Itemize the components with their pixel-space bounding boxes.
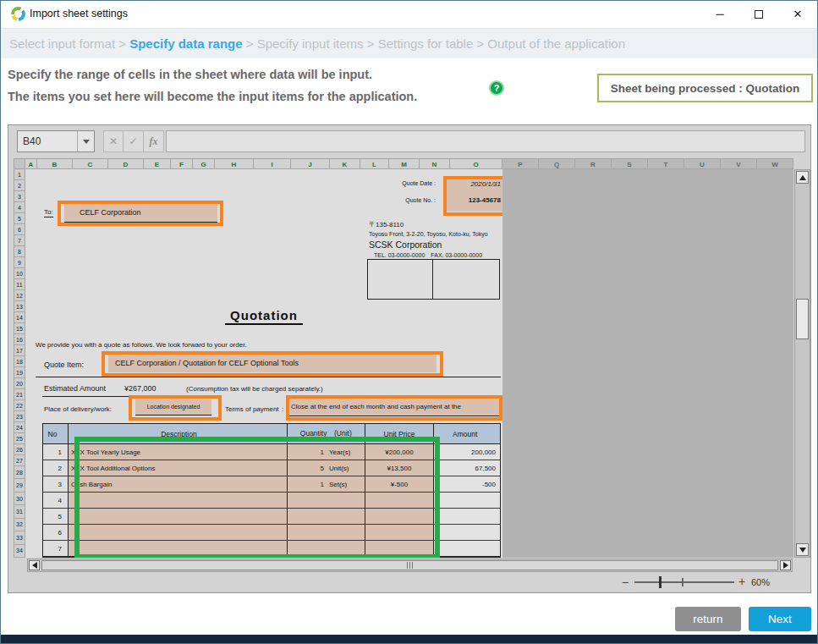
row-header-6[interactable]: 6 <box>14 224 25 235</box>
row-header-31[interactable]: 31 <box>14 505 25 518</box>
row-header-2[interactable]: 2 <box>14 180 25 191</box>
range-box-payment[interactable] <box>286 395 502 421</box>
column-header-M[interactable]: M <box>389 158 420 169</box>
column-header-D[interactable]: D <box>108 158 144 169</box>
column-header-N[interactable]: N <box>420 158 450 169</box>
column-header-O[interactable]: O <box>450 158 502 169</box>
zoom-out-button[interactable]: − <box>622 575 629 589</box>
row-header-16[interactable]: 16 <box>14 334 25 345</box>
breadcrumb-step-3[interactable]: Settings for table <box>378 36 474 51</box>
zoom-slider-track[interactable] <box>634 581 734 583</box>
horizontal-scrollbar[interactable] <box>27 559 793 572</box>
cell-amount[interactable]: -500 <box>434 476 500 492</box>
quotation-sheet[interactable]: Quote Date : 2020/1/31 Quote No. : 123-4… <box>25 169 502 558</box>
row-header-21[interactable]: 21 <box>14 389 25 400</box>
row-header-18[interactable]: 18 <box>14 356 25 367</box>
name-box-dropdown[interactable] <box>77 131 94 151</box>
row-header-32[interactable]: 32 <box>14 519 25 531</box>
row-header-10[interactable]: 10 <box>14 268 25 279</box>
minimize-button[interactable]: ─ <box>700 1 739 27</box>
column-header-A[interactable]: A <box>25 158 37 169</box>
enter-entry-button[interactable]: ✓ <box>124 130 144 152</box>
column-header-V[interactable]: V <box>721 158 757 169</box>
grid-corner-box[interactable] <box>14 158 25 169</box>
cell-no[interactable]: 7 <box>43 541 69 556</box>
row-header-20[interactable]: 20 <box>14 378 25 389</box>
maximize-button[interactable] <box>739 1 778 27</box>
row-header-1[interactable]: 1 <box>14 169 25 180</box>
column-header-F[interactable]: F <box>171 158 193 169</box>
cell-no[interactable]: 2 <box>43 460 69 476</box>
row-header-23[interactable]: 23 <box>14 411 25 422</box>
column-header-T[interactable]: T <box>648 158 684 169</box>
column-header-I[interactable]: I <box>254 158 291 169</box>
column-header-K[interactable]: K <box>330 158 360 169</box>
row-header-15[interactable]: 15 <box>14 323 25 334</box>
column-header-H[interactable]: H <box>215 158 254 169</box>
column-header-J[interactable]: J <box>291 158 330 169</box>
zoom-in-button[interactable]: + <box>738 575 745 588</box>
row-header-19[interactable]: 19 <box>14 367 25 378</box>
cell-amount[interactable] <box>434 541 500 556</box>
insert-function-button[interactable]: fx <box>144 130 164 152</box>
column-header-B[interactable]: B <box>37 158 73 169</box>
column-header-E[interactable]: E <box>144 158 171 169</box>
breadcrumb-step-2[interactable]: Specify input items <box>257 36 364 51</box>
row-header-26[interactable]: 26 <box>14 444 25 455</box>
row-header-33[interactable]: 33 <box>14 531 25 544</box>
row-header-27[interactable]: 27 <box>14 455 25 466</box>
sheet-empty-area[interactable] <box>502 169 793 558</box>
next-button[interactable]: Next <box>749 607 811 631</box>
cell-amount[interactable]: 67,500 <box>434 460 500 476</box>
breadcrumb-step-4[interactable]: Output of the application <box>487 36 625 51</box>
row-header-4[interactable]: 4 <box>14 202 25 213</box>
row-header-3[interactable]: 3 <box>14 191 25 202</box>
cell-name-box[interactable]: B40 <box>17 130 95 152</box>
column-header-W[interactable]: W <box>757 158 793 169</box>
cancel-entry-button[interactable]: ✕ <box>103 130 124 152</box>
scroll-right-button[interactable] <box>780 560 791 570</box>
column-header-L[interactable]: L <box>360 158 389 169</box>
row-header-30[interactable]: 30 <box>14 493 25 505</box>
row-header-11[interactable]: 11 <box>14 279 25 290</box>
horizontal-scrollbar-thumb[interactable] <box>41 560 778 570</box>
help-icon[interactable]: ? <box>489 80 504 96</box>
formula-input[interactable] <box>166 130 805 152</box>
zoom-slider-thumb[interactable] <box>659 576 662 588</box>
cell-no[interactable]: 3 <box>43 476 69 492</box>
row-header-5[interactable]: 5 <box>14 213 25 224</box>
row-header-25[interactable]: 25 <box>14 433 25 444</box>
column-header-S[interactable]: S <box>612 158 648 169</box>
scroll-up-button[interactable] <box>796 171 809 184</box>
vertical-scrollbar[interactable] <box>794 169 810 558</box>
cell-no[interactable]: 6 <box>43 525 69 540</box>
close-button[interactable]: ✕ <box>778 1 817 27</box>
row-header-29[interactable]: 29 <box>14 479 25 492</box>
cell-no[interactable]: 4 <box>43 493 69 508</box>
row-header-7[interactable]: 7 <box>14 235 25 246</box>
column-header-P[interactable]: P <box>502 158 539 169</box>
column-header-C[interactable]: C <box>73 158 108 169</box>
scroll-down-button[interactable] <box>796 543 809 556</box>
range-box-quote-item[interactable] <box>102 351 443 377</box>
vertical-scrollbar-thumb[interactable] <box>796 299 809 339</box>
column-header-Q[interactable]: Q <box>539 158 575 169</box>
row-header-28[interactable]: 28 <box>14 466 25 479</box>
cell-amount[interactable]: 200,000 <box>434 444 500 460</box>
range-box-delivery[interactable] <box>129 395 222 421</box>
range-box-quote-date[interactable] <box>443 176 502 216</box>
column-header-R[interactable]: R <box>575 158 612 169</box>
cell-amount[interactable] <box>434 525 500 540</box>
row-header-24[interactable]: 24 <box>14 422 25 433</box>
return-button[interactable]: return <box>675 607 741 631</box>
row-header-14[interactable]: 14 <box>14 312 25 323</box>
column-header-U[interactable]: U <box>684 158 721 169</box>
breadcrumb-step-1[interactable]: Specify data range <box>129 36 242 51</box>
breadcrumb-step-0[interactable]: Select input format <box>9 36 115 51</box>
cell-amount[interactable] <box>434 509 500 524</box>
range-box-table-green[interactable] <box>74 437 440 558</box>
row-header-17[interactable]: 17 <box>14 345 25 356</box>
row-header-34[interactable]: 34 <box>14 545 25 558</box>
row-header-8[interactable]: 8 <box>14 246 25 257</box>
row-header-9[interactable]: 9 <box>14 257 25 268</box>
